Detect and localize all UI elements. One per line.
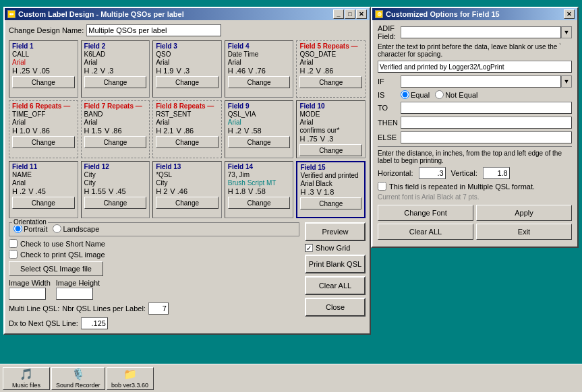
field-change-btn-field15[interactable]: Change — [300, 197, 361, 209]
field-change-btn-field3[interactable]: Change — [156, 76, 219, 88]
right-buttons: Preview ✓ Show Grid Print Blank QSL Clea… — [305, 222, 366, 317]
taskbar-item-bob-ver[interactable]: 📁 bob ver3.3.60 — [107, 367, 154, 390]
print-blank-button[interactable]: Print Blank QSL — [305, 255, 366, 273]
field-change-btn-field4[interactable]: Change — [228, 76, 291, 88]
image-height-input[interactable] — [56, 288, 93, 300]
is-label: IS — [378, 91, 398, 99]
nbr-qsl-label: Nbr QSL Lines per Label: — [62, 304, 146, 313]
field-change-btn-field8[interactable]: Change — [156, 136, 219, 148]
image-dims: Image Width Image Height — [9, 279, 299, 300]
exit-button[interactable]: Exit — [476, 224, 572, 240]
field-v-field9: V .58 — [244, 127, 262, 135]
field-coords-field5: H .2 V .86 — [299, 67, 362, 75]
hint-text-1: Enter the text to print before the data,… — [378, 43, 572, 58]
clear-all-button[interactable]: Clear ALL — [305, 276, 366, 295]
options-close-button[interactable]: ✕ — [564, 9, 575, 19]
field-font-field13: City — [156, 179, 219, 187]
field-h-field11: H .2 — [12, 187, 26, 195]
field-font-field3: Arial — [156, 59, 219, 66]
field-font-field8: Arial — [156, 119, 219, 126]
is-radio-group: Equal Not Equal — [401, 90, 477, 99]
field-v-field6: V .86 — [32, 127, 50, 135]
field-name-field5: QSO_DATE — [299, 51, 362, 58]
close-main-button[interactable]: Close — [305, 298, 366, 317]
else-input[interactable] — [401, 131, 572, 143]
minimize-button[interactable]: _ — [333, 9, 344, 19]
field-h-field10: H .75 — [299, 135, 317, 143]
field-change-btn-field11[interactable]: Change — [12, 197, 75, 209]
field-h-field12: H 1.55 — [84, 187, 106, 195]
field-font-field12: City — [84, 179, 147, 187]
field-coords-field14: H 1.8 V .58 — [228, 187, 291, 195]
field-box-field4: Field 4 Date Time Arial H .46 V .76 Chan… — [225, 40, 294, 98]
dx-input[interactable] — [81, 317, 108, 329]
select-qsl-button[interactable]: Select QSL Image file — [9, 261, 103, 276]
field-font-field14: Brush Script MT — [228, 179, 291, 187]
field-name-field9: QSL_VIA — [228, 110, 291, 118]
field-box-field6: Field 6 Repeats — TIME_OFF Arial H 1.0 V… — [9, 100, 78, 158]
field-change-btn-field12[interactable]: Change — [84, 197, 147, 209]
field-change-btn-field14[interactable]: Change — [228, 197, 291, 209]
field-box-field8: Field 8 Repeats — RST_SENT Arial H 2.1 V… — [152, 100, 222, 158]
notequal-radio[interactable]: Not Equal — [435, 90, 477, 99]
taskbar-icon-bob-ver: 📁 — [123, 368, 137, 381]
then-input[interactable] — [401, 117, 572, 129]
field-h-field6: H 1.0 — [12, 127, 30, 135]
field-title-field3: Field 3 — [156, 42, 219, 50]
coord-row: Horizontal: Vertical: — [378, 167, 572, 179]
options-btn-row-1: Change Font Apply — [378, 205, 572, 221]
taskbar-item-sound-recorder[interactable]: 🎙️ Sound Recorder — [51, 367, 105, 390]
clear-all-options-button[interactable]: Clear ALL — [378, 224, 473, 240]
field-h-field9: H .2 — [228, 127, 241, 135]
preview-button[interactable]: Preview — [305, 222, 366, 241]
field-h-field14: H 1.8 — [228, 187, 245, 195]
orientation-group: Orientation Portrait Landscape — [9, 222, 299, 236]
text-input[interactable] — [378, 61, 572, 73]
maximize-button[interactable]: □ — [345, 9, 355, 19]
field-h-field1: H .25 — [12, 67, 30, 75]
adif-input[interactable] — [401, 26, 561, 38]
horizontal-input[interactable] — [419, 167, 446, 179]
qslimage-checkbox[interactable]: Check to print QSL image — [9, 250, 299, 259]
field-name-field4: Date Time — [228, 51, 291, 58]
options-title-buttons: ✕ — [564, 9, 575, 19]
landscape-radio[interactable]: Landscape — [53, 224, 99, 233]
field-change-btn-field13[interactable]: Change — [156, 197, 219, 209]
field-change-btn-field9[interactable]: Change — [228, 136, 291, 148]
field-change-btn-field10[interactable]: Change — [299, 144, 362, 156]
field-title-field10: Field 10 — [299, 102, 362, 110]
equal-radio[interactable]: Equal — [401, 90, 430, 99]
design-name-input[interactable] — [86, 24, 221, 36]
close-button[interactable]: ✕ — [356, 9, 367, 19]
to-row: TO — [378, 102, 572, 114]
nbr-qsl-input[interactable] — [148, 302, 169, 315]
taskbar-item-music-files[interactable]: 🎵 Music files — [3, 367, 50, 390]
vertical-input[interactable] — [483, 167, 510, 179]
field-change-btn-field6[interactable]: Change — [12, 136, 75, 148]
is-row: IS Equal Not Equal — [378, 90, 572, 99]
field-v-field15: V 1.8 — [317, 188, 334, 196]
field-title-field13: Field 13 — [156, 163, 219, 170]
field-change-btn-field7[interactable]: Change — [84, 136, 147, 148]
change-font-button[interactable]: Change Font — [378, 205, 473, 221]
apply-button[interactable]: Apply — [476, 205, 572, 221]
field-change-btn-field5[interactable]: Change — [299, 76, 362, 88]
field-change-btn-field2[interactable]: Change — [84, 76, 147, 88]
shortname-checkbox[interactable]: Check to use Short Name — [9, 239, 299, 248]
to-input[interactable] — [401, 102, 572, 114]
image-width-input[interactable] — [9, 288, 46, 300]
repeat-checkbox[interactable] — [378, 182, 386, 191]
adif-dropdown-arrow[interactable]: ▼ — [561, 26, 572, 38]
image-height-group: Image Height — [56, 279, 100, 300]
adif-combo-container: ▼ — [401, 26, 572, 38]
field-box-field15: Field 15 Verified and printed Arial Blac… — [296, 161, 366, 218]
if-dropdown-arrow[interactable]: ▼ — [561, 75, 572, 88]
field-coords-field4: H .46 V .76 — [228, 67, 291, 75]
field-change-btn-field1[interactable]: Change — [12, 76, 75, 88]
if-input[interactable] — [401, 75, 561, 88]
field-h-field15: H .3 — [300, 188, 314, 196]
show-grid-check[interactable]: ✓ — [305, 244, 313, 252]
field-box-field14: Field 14 73, Jim Brush Script MT H 1.8 V… — [225, 161, 294, 218]
options-title-bar: ⚙ Customized Options for Field 15 ✕ — [372, 8, 577, 20]
field-box-field12: Field 12 City City H 1.55 V .45 Change — [81, 161, 150, 218]
